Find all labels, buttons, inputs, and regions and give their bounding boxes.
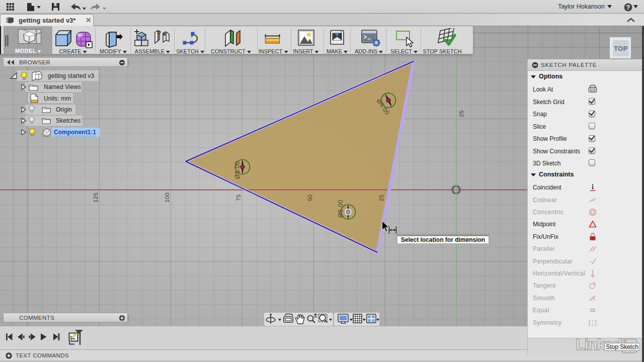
svg-text:?: ? bbox=[626, 4, 630, 11]
